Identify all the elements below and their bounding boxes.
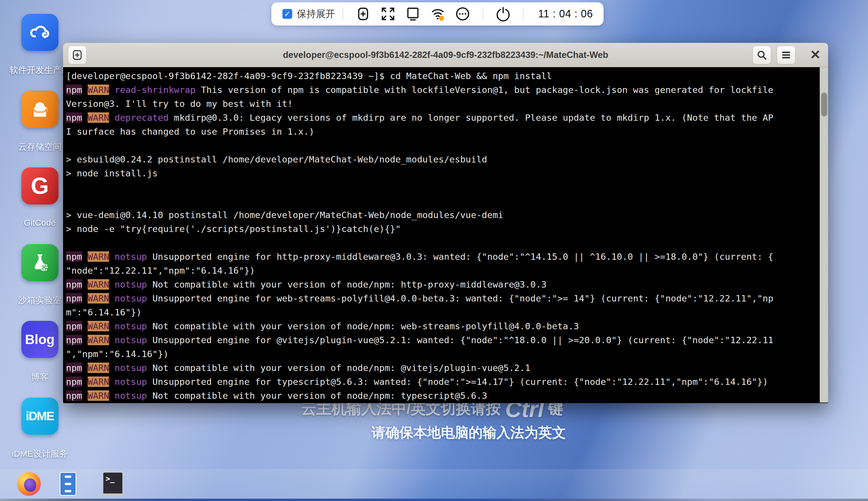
terminal-line: npm WARN read-shrinkwrap This version of…: [66, 83, 820, 97]
keep-expanded-checkbox[interactable]: ✓: [282, 9, 292, 19]
search-button[interactable]: [752, 46, 771, 64]
taskbar: >_: [0, 469, 868, 499]
desktop-shortcut[interactable]: 沙箱实验室: [12, 244, 68, 321]
wifi-status-badge: [439, 16, 444, 21]
gitcode-g-icon[interactable]: G: [21, 167, 58, 204]
shortcut-label: 云存储空间: [18, 141, 62, 153]
terminal-line: npm WARN notsup Not compatible with your…: [66, 277, 820, 291]
terminal-line: [66, 138, 820, 152]
terminal-line: > node install.js: [66, 166, 820, 180]
terminal-titlebar[interactable]: developer@ecspool-9f3b6142-282f-4a09-9cf…: [63, 43, 828, 67]
terminal-line: [developer@ecspool-9f3b6142-282f-4a09-9c…: [66, 69, 820, 83]
search-icon: [756, 49, 768, 61]
sandbox-flask-icon[interactable]: [21, 244, 58, 281]
cloud-storage-icon[interactable]: [21, 90, 58, 128]
terminal-line: npm WARN notsup Not compatible with your…: [66, 319, 820, 333]
terminal-window: developer@ecspool-9f3b6142-282f-4a09-9cf…: [63, 43, 828, 403]
keep-expanded-label: 保持展开: [297, 8, 335, 21]
terminal-line: > esbuild@0.24.2 postinstall /home/devel…: [66, 152, 820, 166]
session-clock: 11 : 04 : 06: [538, 8, 593, 20]
terminal-line: I surface has changed to use Promises in…: [66, 125, 820, 138]
shortcut-label: 软件开发生产线: [10, 64, 70, 76]
toolbar-divider: [343, 8, 343, 20]
desktop-shortcut[interactable]: iDMEiDME设计服务: [12, 398, 68, 475]
shortcut-label: 博客: [31, 371, 48, 383]
terminal-line: Version@3. I'll try to do my best with i…: [66, 97, 820, 110]
terminal-scrollbar[interactable]: [820, 67, 828, 403]
terminal-line: [66, 194, 820, 208]
idme-text-icon[interactable]: iDME: [21, 398, 58, 435]
desktop-shortcut[interactable]: 软件开发生产线: [12, 14, 68, 90]
toolbar-divider: [483, 8, 483, 20]
desktop-shortcut[interactable]: 云存储空间: [12, 90, 68, 167]
terminal-line: [66, 180, 820, 194]
terminal-line: > node -e "try{require('./scripts/postin…: [66, 222, 820, 236]
desktop-shortcut[interactable]: GGitCode: [12, 167, 68, 244]
remote-session-toolbar: ✓ 保持展开 11 : 04 : 06: [271, 2, 604, 25]
more-icon[interactable]: [455, 7, 470, 21]
fullscreen-icon[interactable]: [381, 7, 396, 21]
power-icon[interactable]: [496, 7, 511, 21]
new-tab-button[interactable]: [68, 46, 87, 64]
shortcut-label: 沙箱实验室: [18, 295, 62, 306]
blog-text-icon[interactable]: Blog: [21, 321, 58, 358]
terminal-taskbar-icon[interactable]: >_: [103, 472, 123, 494]
terminal-line: npm WARN notsup Unsupported engine for w…: [66, 291, 820, 305]
close-icon[interactable]: ✕: [806, 46, 825, 64]
shortcut-label: GitCode: [24, 218, 56, 228]
terminal-line: npm WARN deprecated mkdirp@0.3.0: Legacy…: [66, 110, 820, 125]
terminal-line: [66, 236, 820, 249]
terminal-output[interactable]: [developer@ecspool-9f3b6142-282f-4a09-9c…: [64, 67, 820, 403]
terminal-line: ","npm":"6.14.16"}): [66, 347, 820, 361]
desktop-shortcut[interactable]: Blog博客: [12, 321, 68, 398]
terminal-line: npm WARN notsup Unsupported engine for t…: [66, 375, 820, 388]
window-title: developer@ecspool-9f3b6142-282f-4a09-9cf…: [63, 50, 828, 60]
new-tab-icon: [72, 49, 83, 61]
menu-button[interactable]: [777, 46, 795, 64]
desktop-shortcuts: 软件开发生产线云存储空间GGitCode沙箱实验室Blog博客iDMEiDME设…: [12, 14, 68, 475]
terminal-line: npm WARN notsup Not compatible with your…: [66, 361, 820, 375]
display-icon[interactable]: [405, 7, 420, 21]
desktop-hint-line2: 请确保本地电脑的输入法为英文: [372, 423, 566, 442]
scrollbar-thumb[interactable]: [821, 93, 827, 116]
terminal-line: npm WARN notsup Not compatible with your…: [66, 388, 820, 403]
terminal-line: > vue-demi@0.14.10 postinstall /home/dev…: [66, 208, 820, 222]
menu-icon: [780, 49, 792, 61]
file-manager-icon[interactable]: [59, 472, 76, 496]
shortcut-label: iDME设计服务: [12, 448, 68, 460]
terminal-line: m":"6.14.16"}): [66, 305, 820, 319]
terminal-line: npm WARN notsup Unsupported engine for h…: [66, 249, 820, 264]
toolbar-divider: [523, 8, 524, 20]
screen-bottom-edge: [0, 499, 868, 501]
terminal-line: "node":"12.22.11","npm":"6.14.16"}): [66, 264, 820, 277]
wifi-icon[interactable]: [430, 7, 445, 21]
add-window-icon[interactable]: [355, 7, 371, 21]
codearts-cloud-icon[interactable]: [21, 14, 58, 51]
firefox-icon[interactable]: [17, 472, 41, 496]
terminal-line: npm WARN notsup Unsupported engine for @…: [66, 333, 820, 347]
